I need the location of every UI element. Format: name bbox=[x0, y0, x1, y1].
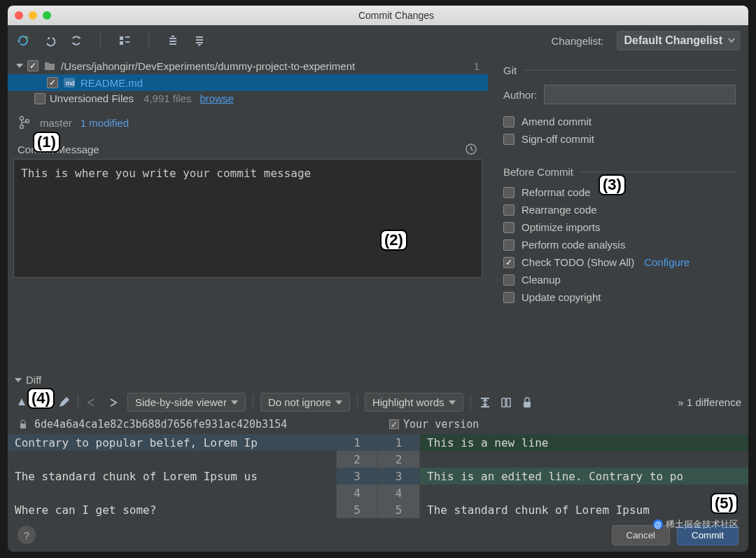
ignore-dropdown[interactable]: Do not ignore bbox=[260, 393, 350, 412]
window-title: Commit Changes bbox=[51, 10, 741, 21]
diff-line bbox=[8, 484, 336, 501]
group-by-icon[interactable] bbox=[118, 34, 132, 48]
svg-rect-1 bbox=[120, 36, 123, 40]
optimize-imports-row[interactable]: Optimize imports bbox=[503, 221, 736, 233]
folder-icon bbox=[43, 59, 57, 73]
diff-line bbox=[420, 451, 748, 468]
cleanup-row[interactable]: Cleanup bbox=[503, 274, 736, 286]
markdown-file-icon: md bbox=[62, 76, 76, 90]
chevron-down-icon bbox=[16, 64, 23, 68]
highlight-dropdown[interactable]: Highlight words bbox=[365, 393, 463, 412]
diff-count: » 1 difference bbox=[678, 396, 741, 408]
history-icon[interactable] bbox=[464, 142, 478, 156]
sign-off-commit-row[interactable]: Sign-off commit bbox=[503, 133, 736, 145]
before-commit-title: Before Commit bbox=[503, 166, 573, 178]
amend-commit-row[interactable]: Amend commit bbox=[503, 116, 736, 127]
chevron-down-icon bbox=[15, 378, 22, 382]
checkbox[interactable]: ✓ bbox=[389, 419, 399, 429]
svg-rect-4 bbox=[125, 41, 130, 43]
expand-all-icon[interactable] bbox=[166, 34, 180, 48]
minimize-window-button[interactable] bbox=[29, 11, 37, 20]
diff-right-pane: This is a new line This is an edited lin… bbox=[420, 434, 748, 518]
close-window-button[interactable] bbox=[15, 11, 23, 20]
rearrange-code-row[interactable]: Rearrange code bbox=[503, 204, 736, 216]
footer: ? Cancel Commit bbox=[8, 518, 748, 552]
toolbar: + Changelist: Default Changelist bbox=[8, 25, 748, 56]
chevron-down-icon bbox=[728, 37, 735, 44]
author-label: Author: bbox=[503, 89, 537, 101]
diff-line bbox=[420, 484, 748, 501]
diff-viewer[interactable]: Contrary to popular belief, Lorem Ip The… bbox=[8, 434, 748, 518]
sync-scroll-icon[interactable] bbox=[499, 396, 513, 410]
diff-line: The standard chunk of Lorem Ipsum us bbox=[8, 468, 336, 484]
annotation-2: (2) bbox=[380, 230, 407, 251]
diff-title: Diff bbox=[26, 374, 41, 386]
diff-left-pane: Contrary to popular belief, Lorem Ip The… bbox=[8, 434, 336, 518]
prev-diff-icon[interactable] bbox=[15, 396, 29, 410]
maximize-window-button[interactable] bbox=[43, 11, 51, 20]
svg-text:+: + bbox=[24, 34, 29, 41]
unversioned-count: 4,991 files bbox=[144, 92, 191, 104]
arrow-right-icon[interactable] bbox=[106, 396, 120, 410]
diff-line: This is an edited line. Contrary to po bbox=[420, 468, 748, 484]
checkbox[interactable] bbox=[34, 93, 46, 104]
svg-text:md: md bbox=[66, 80, 75, 87]
lock-icon[interactable] bbox=[520, 396, 534, 410]
sync-icon[interactable] bbox=[69, 34, 83, 48]
refresh-plus-icon[interactable]: + bbox=[16, 34, 30, 48]
collapse-unchanged-icon[interactable] bbox=[478, 396, 492, 410]
browse-link[interactable]: browse bbox=[200, 92, 233, 104]
branch-name: master bbox=[40, 117, 72, 129]
svg-rect-3 bbox=[125, 36, 130, 38]
configure-link[interactable]: Configure bbox=[644, 256, 690, 268]
checkbox[interactable] bbox=[27, 60, 38, 71]
tree-root-row[interactable]: /Users/jahongirr/DevExperiments/dummy-pr… bbox=[16, 57, 479, 74]
branch-status[interactable]: 1 modified bbox=[80, 117, 129, 129]
amend-commit-label: Amend commit bbox=[522, 116, 592, 127]
diff-line: Where can I get some? bbox=[8, 501, 336, 518]
diff-hash: 6de4a6a4ca1e82c3b688d7656fe931ac420b3154 bbox=[34, 418, 287, 431]
check-todo-row[interactable]: Check TODO (Show All) Configure bbox=[503, 256, 736, 268]
viewer-mode-dropdown[interactable]: Side-by-side viewer bbox=[127, 393, 246, 412]
diff-line: The standard chunk of Lorem Ipsum bbox=[420, 501, 748, 518]
your-version-label: Your version bbox=[403, 418, 479, 431]
changelist-value: Default Changelist bbox=[624, 34, 722, 46]
tree-root-path: /Users/jahongirr/DevExperiments/dummy-pr… bbox=[61, 60, 355, 72]
diff-line bbox=[8, 451, 336, 468]
diff-right-gutter: 1 2 3 4 5 bbox=[378, 434, 420, 518]
titlebar[interactable]: Commit Changes bbox=[8, 6, 748, 25]
arrow-left-icon[interactable] bbox=[85, 396, 99, 410]
unversioned-label: Unversioned Files bbox=[50, 92, 134, 104]
diff-section-header[interactable]: Diff bbox=[8, 370, 748, 390]
diff-line: Contrary to popular belief, Lorem Ip bbox=[8, 434, 336, 451]
changelist-label: Changelist: bbox=[551, 35, 603, 47]
diff-left-gutter: 1 2 3 4 5 bbox=[336, 434, 378, 518]
branch-bar: master 1 modified bbox=[8, 107, 488, 138]
code-analysis-row[interactable]: Perform code analysis bbox=[503, 239, 736, 251]
tree-root-count: 1 bbox=[474, 60, 479, 72]
help-button[interactable]: ? bbox=[18, 526, 36, 544]
svg-rect-11 bbox=[502, 398, 505, 407]
tree-unversioned-row[interactable]: Unversioned Files 4,991 files browse bbox=[16, 91, 479, 106]
diff-line: This is a new line bbox=[420, 434, 748, 451]
undo-icon[interactable] bbox=[43, 34, 57, 48]
diff-toolbar: Side-by-side viewer Do not ignore Highli… bbox=[8, 390, 748, 414]
git-section-title: Git bbox=[503, 64, 517, 76]
svg-point-8 bbox=[20, 125, 24, 129]
svg-rect-2 bbox=[120, 41, 123, 45]
edit-icon[interactable] bbox=[57, 396, 71, 410]
tree-file-row[interactable]: md README.md bbox=[8, 74, 488, 91]
collapse-all-icon[interactable] bbox=[192, 34, 206, 48]
checkbox[interactable] bbox=[47, 77, 58, 88]
svg-point-7 bbox=[20, 117, 24, 120]
watermark: @稀土掘金技术社区 bbox=[653, 518, 738, 531]
changes-tree: /Users/jahongirr/DevExperiments/dummy-pr… bbox=[8, 56, 488, 107]
annotation-3: (3) bbox=[598, 174, 626, 195]
update-copyright-row[interactable]: Update copyright bbox=[503, 291, 736, 303]
commit-message-textarea[interactable] bbox=[13, 159, 482, 278]
lock-icon bbox=[16, 417, 30, 431]
annotation-5: (5) bbox=[710, 493, 738, 514]
svg-rect-12 bbox=[507, 398, 510, 407]
changelist-dropdown[interactable]: Default Changelist bbox=[617, 31, 740, 50]
author-input[interactable] bbox=[544, 85, 736, 104]
